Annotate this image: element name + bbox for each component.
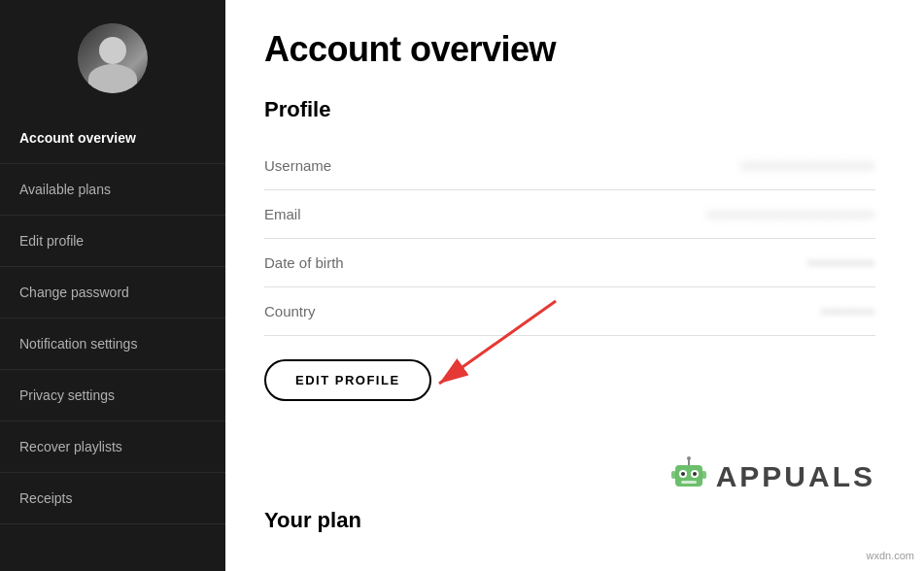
- dob-value: ••••••••••: [808, 255, 875, 271]
- avatar-container: [0, 0, 225, 113]
- svg-rect-9: [702, 471, 706, 479]
- sidebar-item-account-overview[interactable]: Account overview: [0, 113, 225, 164]
- country-label: Country: [264, 303, 316, 319]
- appuals-text: APPUALS: [716, 460, 875, 493]
- svg-rect-8: [671, 471, 676, 479]
- sidebar: Account overview Available plans Edit pr…: [0, 0, 225, 571]
- svg-point-3: [681, 472, 685, 476]
- avatar-image: [78, 23, 148, 93]
- avatar: [78, 23, 148, 93]
- your-plan-title: Your plan: [264, 508, 875, 533]
- sidebar-item-change-password[interactable]: Change password: [0, 267, 225, 319]
- email-label: Email: [264, 206, 301, 222]
- email-value: •••••••••••••••••••••••••: [707, 207, 875, 222]
- sidebar-item-notification-settings[interactable]: Notification settings: [0, 319, 225, 370]
- email-row: Email •••••••••••••••••••••••••: [264, 190, 875, 239]
- country-value: ••••••••: [822, 304, 875, 319]
- appuals-icon: [667, 455, 710, 498]
- appuals-branding: APPUALS: [667, 455, 875, 498]
- main-wrapper: Account overview Profile Username ••••••…: [225, 0, 924, 571]
- watermark: wxdn.com: [866, 550, 914, 561]
- svg-point-4: [693, 472, 697, 476]
- sidebar-item-recover-playlists[interactable]: Recover playlists: [0, 421, 225, 473]
- edit-profile-button[interactable]: EDIT PROFILE: [264, 359, 431, 401]
- sidebar-item-receipts[interactable]: Receipts: [0, 473, 225, 524]
- country-row: Country ••••••••: [264, 287, 875, 336]
- sidebar-item-edit-profile[interactable]: Edit profile: [0, 216, 225, 267]
- username-value: ••••••••••••••••••••: [741, 158, 875, 174]
- main-content: Account overview Profile Username ••••••…: [225, 0, 924, 571]
- dob-row: Date of birth ••••••••••: [264, 239, 875, 287]
- profile-fields: Username •••••••••••••••••••• Email ••••…: [264, 142, 875, 336]
- profile-section-title: Profile: [264, 97, 875, 122]
- svg-point-6: [687, 456, 691, 460]
- svg-rect-7: [681, 481, 697, 484]
- dob-label: Date of birth: [264, 254, 344, 271]
- username-label: Username: [264, 157, 331, 174]
- page-title: Account overview: [264, 29, 875, 70]
- sidebar-item-privacy-settings[interactable]: Privacy settings: [0, 370, 225, 421]
- sidebar-item-available-plans[interactable]: Available plans: [0, 164, 225, 216]
- username-row: Username ••••••••••••••••••••: [264, 142, 875, 190]
